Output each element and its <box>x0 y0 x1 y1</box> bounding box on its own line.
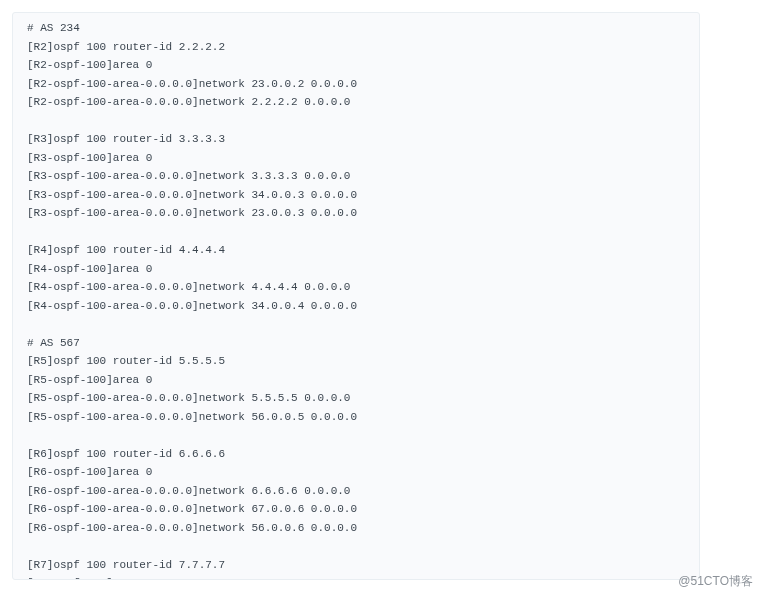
code-line: [R6-ospf-100-area-0.0.0.0]network 56.0.0… <box>27 519 685 538</box>
code-line: [R6-ospf-100-area-0.0.0.0]network 6.6.6.… <box>27 482 685 501</box>
code-line: [R6-ospf-100]area 0 <box>27 463 685 482</box>
watermark-label: @51CTO博客 <box>678 573 753 590</box>
code-line: [R4-ospf-100]area 0 <box>27 260 685 279</box>
code-line <box>27 223 685 242</box>
code-line: [R3-ospf-100-area-0.0.0.0]network 23.0.0… <box>27 204 685 223</box>
code-line: [R3-ospf-100-area-0.0.0.0]network 34.0.0… <box>27 186 685 205</box>
code-line: [R2-ospf-100-area-0.0.0.0]network 23.0.0… <box>27 75 685 94</box>
code-line: [R3]ospf 100 router-id 3.3.3.3 <box>27 130 685 149</box>
code-line: [R3-ospf-100]area 0 <box>27 149 685 168</box>
code-line: [R7]ospf 100 router-id 7.7.7.7 <box>27 556 685 575</box>
code-line: [R5-ospf-100-area-0.0.0.0]network 5.5.5.… <box>27 389 685 408</box>
code-line: [R5-ospf-100-area-0.0.0.0]network 56.0.0… <box>27 408 685 427</box>
code-block: # AS 234[R2]ospf 100 router-id 2.2.2.2[R… <box>12 12 700 580</box>
code-line: [R4-ospf-100-area-0.0.0.0]network 4.4.4.… <box>27 278 685 297</box>
code-line <box>27 537 685 556</box>
code-line: [R6-ospf-100-area-0.0.0.0]network 67.0.0… <box>27 500 685 519</box>
code-line <box>27 112 685 131</box>
code-line: [R5]ospf 100 router-id 5.5.5.5 <box>27 352 685 371</box>
code-line: [R3-ospf-100-area-0.0.0.0]network 3.3.3.… <box>27 167 685 186</box>
code-line: [R5-ospf-100]area 0 <box>27 371 685 390</box>
code-line: [R2-ospf-100-area-0.0.0.0]network 2.2.2.… <box>27 93 685 112</box>
code-line: # AS 234 <box>27 19 685 38</box>
code-line <box>27 315 685 334</box>
code-line: [R4]ospf 100 router-id 4.4.4.4 <box>27 241 685 260</box>
code-line: [R2]ospf 100 router-id 2.2.2.2 <box>27 38 685 57</box>
code-line: [R4-ospf-100-area-0.0.0.0]network 34.0.0… <box>27 297 685 316</box>
code-line: [R2-ospf-100]area 0 <box>27 56 685 75</box>
code-line: [R6]ospf 100 router-id 6.6.6.6 <box>27 445 685 464</box>
code-line <box>27 426 685 445</box>
code-line: [R7-ospf-100]area 0 <box>27 574 685 580</box>
code-line: # AS 567 <box>27 334 685 353</box>
